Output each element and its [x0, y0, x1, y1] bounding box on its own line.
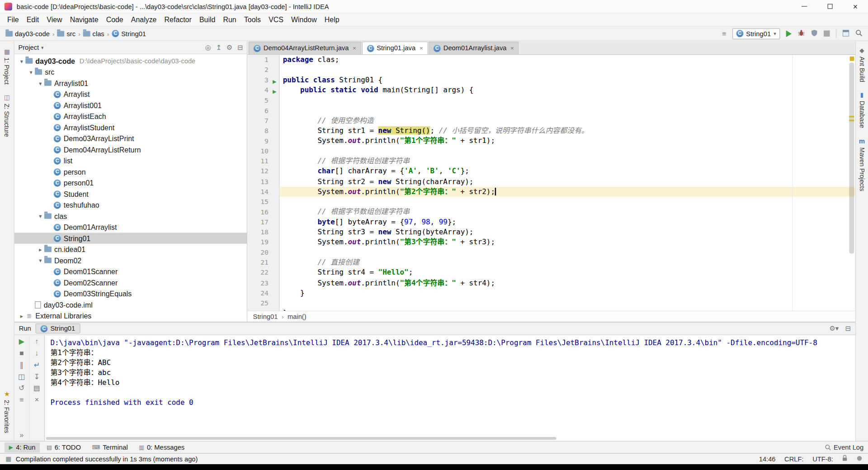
code-line-4[interactable]: public static void main(String[] args) {: [279, 85, 855, 95]
code-line-8[interactable]: String str1 = new String(); // 小括号留空，说明字…: [279, 126, 855, 136]
tree-item-deom03stringequals[interactable]: CDeom03StringEquals: [14, 288, 247, 299]
tree-item-deom01arraylist[interactable]: CDeom01Arraylist: [14, 222, 247, 233]
chevron-right-icon[interactable]: ▸: [37, 246, 44, 252]
view-options-icon[interactable]: ≡: [722, 30, 726, 37]
locate-file-icon[interactable]: ◎: [205, 43, 211, 51]
run-config-select[interactable]: C String01 ▾: [732, 28, 780, 39]
code-line-9[interactable]: System.out.println("第1个字符串：" + str1);: [279, 136, 855, 146]
code-line-13[interactable]: String str2 = new String(charArray);: [279, 176, 855, 186]
gutter-line[interactable]: 14: [247, 186, 279, 196]
chevron-down-icon[interactable]: ▾: [41, 45, 44, 50]
gear-icon[interactable]: ⚙▾: [829, 325, 839, 332]
frame-icon[interactable]: ◫: [18, 373, 25, 380]
gutter-line[interactable]: 4▶: [247, 85, 279, 95]
gutter-line[interactable]: 12: [247, 166, 279, 176]
collapse-all-icon[interactable]: ↥: [216, 43, 222, 51]
hide-panel-icon[interactable]: ⊟: [237, 43, 243, 51]
gutter-line[interactable]: 2: [247, 65, 279, 75]
down-icon[interactable]: ↓: [35, 350, 38, 357]
gutter-line[interactable]: 21: [247, 257, 279, 267]
softwrap-icon[interactable]: ↵: [34, 361, 40, 368]
menu-vcs[interactable]: VCS: [265, 15, 288, 24]
caret-position[interactable]: 14:46: [759, 455, 776, 463]
stop-icon[interactable]: ■: [19, 350, 24, 357]
toolwindow-button-0-messages[interactable]: ▥0: Messages: [134, 442, 189, 452]
line-ending-indicator[interactable]: CRLF:: [784, 455, 803, 463]
tool-window-switcher-icon[interactable]: ▦: [5, 456, 11, 462]
gear-icon[interactable]: ⚙: [226, 43, 232, 51]
tree-item-src[interactable]: ▾src: [14, 66, 247, 77]
code-line-23[interactable]: System.out.println("第4个字符串：" + str4);: [279, 278, 855, 288]
toolwindow-button-6-todo[interactable]: ▤6: TODO: [42, 442, 85, 452]
run-tab-string01[interactable]: C String01: [35, 323, 80, 333]
debug-button[interactable]: [797, 28, 805, 38]
gutter-line[interactable]: 13: [247, 176, 279, 186]
menu-file[interactable]: File: [3, 15, 23, 24]
chevron-down-icon[interactable]: ▾: [27, 69, 35, 75]
pause-icon[interactable]: ∥: [20, 361, 24, 368]
clear-icon[interactable]: ×: [35, 396, 39, 404]
toolwindow-button-terminal[interactable]: ⌨Terminal: [88, 442, 132, 452]
menu-edit[interactable]: Edit: [23, 15, 43, 24]
search-icon[interactable]: [855, 28, 863, 38]
code-line-5[interactable]: [279, 95, 855, 105]
menu-refactor[interactable]: Refactor: [160, 15, 195, 24]
run-button[interactable]: [786, 30, 792, 37]
tree-item-deom01scanner[interactable]: CDeom01Scanner: [14, 266, 247, 277]
up-icon[interactable]: ↑: [35, 338, 38, 345]
close-button[interactable]: ×: [843, 0, 868, 13]
code-line-22[interactable]: String str4 = "Hello";: [279, 268, 855, 278]
menu-navigate[interactable]: Navigate: [66, 15, 102, 24]
hide-panel-icon[interactable]: ⊟: [845, 325, 851, 332]
menu-help[interactable]: Help: [321, 15, 343, 24]
run-line-icon[interactable]: ▶: [273, 89, 276, 94]
restore-icon[interactable]: ↺: [19, 385, 24, 392]
tree-item-deom02[interactable]: ▾Deom02: [14, 255, 247, 266]
code-line-21[interactable]: // 直接创建: [279, 257, 855, 267]
code-line-15[interactable]: [279, 197, 855, 207]
inspection-indicator[interactable]: [850, 57, 854, 61]
tree-item-arraylist[interactable]: CArraylist: [14, 89, 247, 100]
event-log-button[interactable]: Event Log: [825, 443, 863, 451]
breadcrumb-item-src[interactable]: src: [57, 30, 75, 38]
tree-item-demo04arraylistreturn[interactable]: CDemo04ArrayListReturn: [14, 144, 247, 155]
gutter-line[interactable]: 6: [247, 105, 279, 115]
run-line-icon[interactable]: ▶: [273, 79, 276, 84]
tree-item-string01[interactable]: CString01: [14, 233, 247, 243]
tool-button-database[interactable]: Database: [859, 101, 865, 128]
gutter-line[interactable]: 3▶: [247, 75, 279, 85]
menu-run[interactable]: Run: [219, 15, 240, 24]
gutter-line[interactable]: 16: [247, 207, 279, 217]
tree-item-student[interactable]: CStudent: [14, 188, 247, 199]
menu-analyze[interactable]: Analyze: [127, 15, 160, 24]
tree-item-cn-idea01[interactable]: ▸cn.idea01: [14, 244, 247, 255]
maximize-button[interactable]: [817, 0, 842, 13]
tree-item-deom02scanner[interactable]: CDeom02Scanner: [14, 277, 247, 288]
code-line-1[interactable]: package clas;: [279, 55, 855, 65]
chevron-down-icon[interactable]: ▾: [37, 213, 44, 219]
run-console[interactable]: D:\java\bin\java "-javaagent:D:\Program …: [44, 335, 855, 441]
gutter-line[interactable]: 15: [247, 197, 279, 207]
gutter-line[interactable]: 25: [247, 298, 279, 308]
gutter-line[interactable]: 26: [247, 308, 279, 311]
tool-button-z-structure[interactable]: Z: Structure: [4, 103, 10, 137]
editor-scrollbar[interactable]: [849, 62, 854, 253]
menu-build[interactable]: Build: [195, 15, 219, 24]
tree-item-arraylisteach[interactable]: CArraylistEach: [14, 111, 247, 122]
inspections-profile-icon[interactable]: [856, 455, 862, 463]
code-line-16[interactable]: // 根据字节数组创建字符串: [279, 207, 855, 217]
console-horizontal-scrollbar[interactable]: [46, 437, 557, 440]
tree-item-teshufuhao[interactable]: Cteshufuhao: [14, 199, 247, 210]
tool-button-ant-build[interactable]: Ant Build: [859, 57, 865, 82]
code-line-3[interactable]: public class String01 {: [279, 75, 855, 85]
code-line-7[interactable]: // 使用空参构造: [279, 116, 855, 126]
code-line-18[interactable]: String str3 = new String(byteArray);: [279, 227, 855, 237]
breadcrumb-item-string01[interactable]: CString01: [112, 30, 146, 38]
code-line-10[interactable]: [279, 146, 855, 156]
tree-item-arraylist001[interactable]: CArraylist001: [14, 100, 247, 110]
code-editor[interactable]: 123▶4▶5678910111213141516171819202122232…: [247, 55, 855, 311]
code-line-6[interactable]: [279, 105, 855, 115]
tree-item-list[interactable]: Clist: [14, 155, 247, 166]
close-icon[interactable]: ×: [353, 45, 356, 52]
encoding-indicator[interactable]: UTF-8:: [812, 455, 833, 463]
